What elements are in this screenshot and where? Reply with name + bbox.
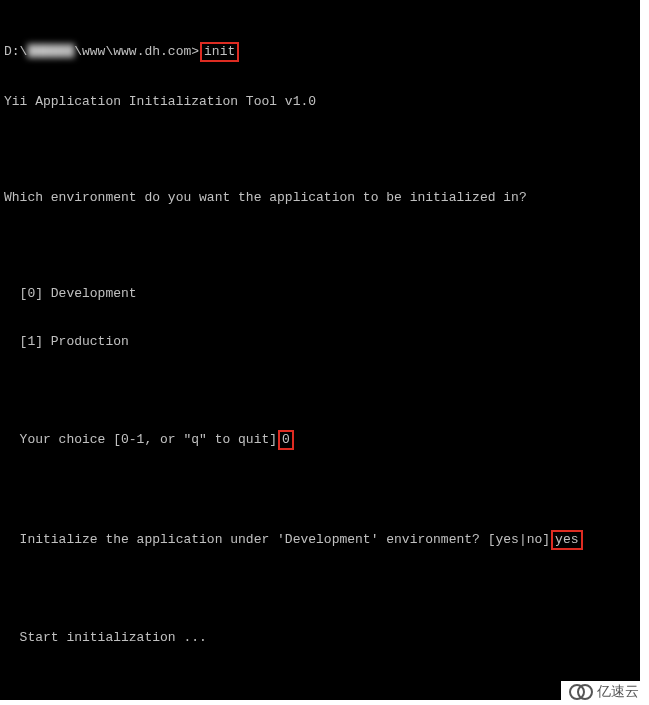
blurred-path: ██████ [27, 44, 74, 60]
confirm-prompt: Initialize the application under 'Develo… [4, 532, 550, 548]
drive-letter: D:\ [4, 44, 27, 60]
blank-line [4, 142, 636, 158]
option-production: [1] Production [4, 334, 636, 350]
blank-line [4, 678, 636, 694]
blank-line [4, 582, 636, 598]
tool-header: Yii Application Initialization Tool v1.0 [4, 94, 636, 110]
watermark: 亿速云 [561, 681, 647, 703]
command-highlight: init [200, 42, 239, 62]
choice-prompt: Your choice [0-1, or "q" to quit] [4, 432, 277, 448]
blank-line [4, 382, 636, 398]
choice-line: Your choice [0-1, or "q" to quit] 0 [4, 430, 636, 450]
command-prompt-line: D:\██████\www\www.dh.com>init [4, 42, 636, 62]
blank-line [4, 482, 636, 498]
choice-answer-highlight: 0 [278, 430, 294, 450]
confirm-answer-highlight: yes [551, 530, 582, 550]
path-suffix: \www\www.dh.com> [74, 44, 199, 60]
start-message: Start initialization ... [4, 630, 636, 646]
env-question: Which environment do you want the applic… [4, 190, 636, 206]
confirm-line: Initialize the application under 'Develo… [4, 530, 636, 550]
terminal-window[interactable]: D:\██████\www\www.dh.com>init Yii Applic… [0, 0, 640, 700]
watermark-logo-icon [569, 684, 593, 700]
blank-line [4, 238, 636, 254]
watermark-text: 亿速云 [597, 683, 639, 701]
option-development: [0] Development [4, 286, 636, 302]
